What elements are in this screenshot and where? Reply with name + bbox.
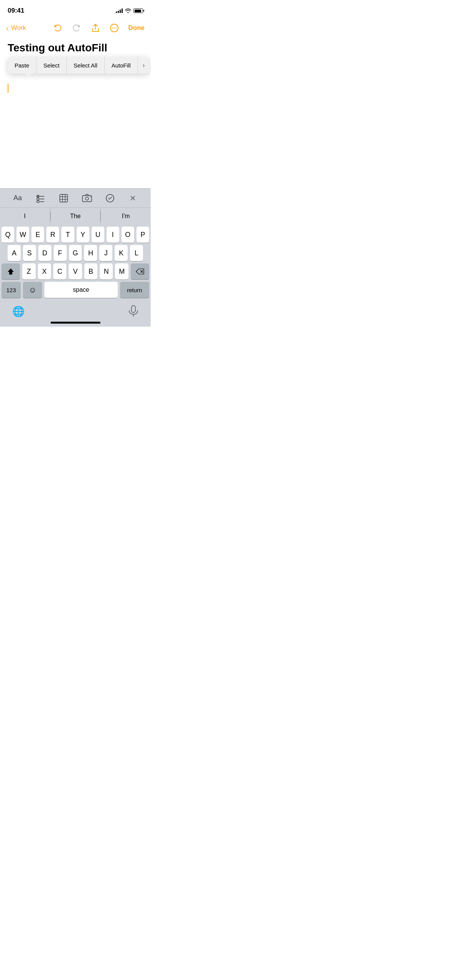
svg-point-7 (37, 198, 39, 200)
context-select[interactable]: Select (36, 57, 67, 74)
checklist-button[interactable] (34, 191, 48, 205)
key-k[interactable]: K (115, 245, 128, 261)
key-w[interactable]: W (16, 227, 29, 243)
svg-point-1 (112, 28, 113, 28)
camera-button[interactable] (80, 191, 94, 205)
markup-button[interactable] (103, 191, 117, 205)
svg-point-18 (90, 196, 90, 197)
key-row-3: Z X C V B N M (2, 263, 149, 280)
status-icons (116, 8, 143, 13)
back-label: Work (11, 24, 26, 32)
battery-icon (133, 8, 143, 13)
key-l[interactable]: L (130, 245, 143, 261)
font-format-button[interactable]: Aa (11, 191, 25, 205)
key-t[interactable]: T (61, 227, 74, 243)
shift-button[interactable] (2, 263, 20, 280)
text-cursor (8, 84, 8, 93)
key-o[interactable]: O (122, 227, 134, 243)
redo-button[interactable] (72, 23, 82, 33)
table-button[interactable] (57, 191, 71, 205)
key-g[interactable]: G (69, 245, 82, 261)
key-p[interactable]: P (136, 227, 149, 243)
key-f[interactable]: F (54, 245, 67, 261)
svg-point-2 (113, 28, 114, 28)
share-button[interactable] (91, 23, 100, 33)
context-paste[interactable]: Paste (8, 57, 36, 74)
formatting-toolbar: Aa (0, 188, 151, 207)
context-autofill[interactable]: AutoFill (105, 57, 138, 74)
key-h[interactable]: H (84, 245, 97, 261)
autocorrect-bar: I The I'm (0, 207, 151, 224)
key-b[interactable]: B (84, 263, 97, 280)
numbers-button[interactable]: 123 (2, 282, 21, 298)
key-row-4: 123 ☺ space return (2, 282, 149, 298)
svg-point-17 (85, 197, 89, 200)
return-button[interactable]: return (120, 282, 149, 298)
key-c[interactable]: C (53, 263, 66, 280)
svg-rect-20 (131, 306, 135, 312)
status-time: 09:41 (8, 7, 24, 15)
context-menu: Paste Select Select All AutoFill › (8, 57, 150, 74)
signal-icon (116, 8, 123, 13)
key-m[interactable]: M (115, 263, 128, 280)
key-z[interactable]: Z (22, 263, 35, 280)
bottom-bar: 🌐 (0, 302, 151, 320)
key-j[interactable]: J (99, 245, 112, 261)
globe-button[interactable]: 🌐 (12, 306, 25, 317)
mic-button[interactable] (128, 305, 138, 318)
svg-point-3 (115, 28, 116, 28)
autocorrect-item-3[interactable]: I'm (101, 208, 151, 224)
autocorrect-item-2[interactable]: The (51, 208, 101, 224)
key-u[interactable]: U (92, 227, 104, 243)
keyboard-area: Aa (0, 188, 151, 327)
space-button[interactable]: space (44, 282, 118, 298)
key-d[interactable]: D (38, 245, 51, 261)
emoji-button[interactable]: ☺ (23, 282, 42, 298)
wifi-icon (125, 8, 131, 13)
home-indicator-bar (0, 320, 151, 327)
key-a[interactable]: A (8, 245, 21, 261)
key-y[interactable]: Y (77, 227, 89, 243)
nav-bar: ‹ Work (0, 19, 151, 38)
undo-button[interactable] (53, 23, 62, 33)
key-s[interactable]: S (23, 245, 36, 261)
chevron-left-icon: ‹ (6, 24, 9, 33)
key-i[interactable]: I (107, 227, 119, 243)
key-q[interactable]: Q (2, 227, 14, 243)
context-select-all[interactable]: Select All (67, 57, 105, 74)
status-bar: 09:41 (0, 0, 151, 19)
close-keyboard-button[interactable]: ✕ (126, 191, 140, 205)
keyboard-keys: Q W E R T Y U I O P A S D F G H J K L (0, 224, 151, 302)
svg-point-9 (37, 201, 39, 203)
nav-icons: Done (53, 23, 145, 33)
delete-button[interactable] (131, 263, 149, 280)
context-more[interactable]: › (138, 57, 150, 74)
svg-rect-11 (60, 194, 67, 202)
back-button[interactable]: ‹ Work (6, 24, 26, 33)
home-indicator (51, 322, 100, 324)
key-r[interactable]: R (46, 227, 59, 243)
key-n[interactable]: N (100, 263, 113, 280)
autocorrect-item-1[interactable]: I (0, 208, 50, 224)
more-button[interactable] (109, 23, 119, 33)
key-e[interactable]: E (31, 227, 44, 243)
key-v[interactable]: V (69, 263, 82, 280)
key-x[interactable]: X (38, 263, 51, 280)
done-button[interactable]: Done (128, 24, 145, 32)
key-row-2: A S D F G H J K L (2, 245, 149, 261)
key-row-1: Q W E R T Y U I O P (2, 227, 149, 243)
